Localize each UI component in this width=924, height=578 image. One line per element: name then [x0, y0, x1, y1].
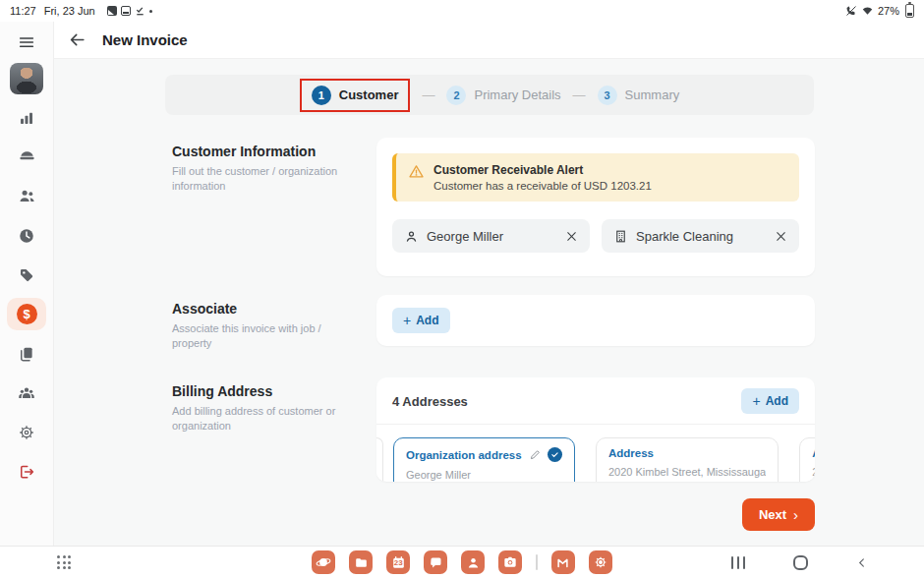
step-1-label: Customer	[339, 87, 399, 102]
alert-message: Customer has a receivable of USD 1203.21	[433, 180, 652, 192]
sidebar: $	[0, 22, 54, 546]
back-button[interactable]	[856, 555, 867, 570]
gmail-app-icon[interactable]	[551, 550, 575, 574]
address-card-2[interactable]: Address 2020 Kimbel Street, Mississauga	[596, 437, 779, 482]
sidebar-item-schedule[interactable]	[7, 219, 46, 252]
address-card-3[interactable]: Address 2020 Kimbel Street	[799, 437, 815, 482]
back-arrow-icon[interactable]	[68, 30, 87, 49]
close-icon	[775, 230, 787, 243]
clock-time: 11:27	[10, 5, 36, 17]
sidebar-item-analytics[interactable]	[7, 101, 46, 134]
bar-chart-icon	[18, 109, 35, 127]
customer-chip-label: George Miller	[427, 229, 557, 244]
step-dash: —	[573, 87, 586, 102]
files-app-icon[interactable]	[349, 550, 373, 574]
address-line: George Miller	[406, 469, 562, 481]
battery-percent: 27%	[878, 5, 899, 17]
home-button[interactable]	[793, 555, 808, 570]
person-icon	[404, 229, 419, 244]
section-subtitle: Fill out the customer / organization inf…	[172, 164, 349, 194]
content: 1 Customer — 2 Primary Details — 3 Summa…	[54, 59, 924, 546]
section-title: Billing Address	[172, 383, 349, 399]
chevron-right-icon: ›	[793, 507, 798, 522]
address-count: 4 Addresses	[392, 394, 468, 409]
customer-chip[interactable]: George Miller	[392, 219, 590, 253]
camera-app-icon[interactable]	[498, 550, 522, 574]
section-subtitle: Associate this invoice with job / proper…	[172, 321, 349, 351]
messages-app-icon[interactable]	[424, 550, 447, 574]
step-primary-details[interactable]: 2 Primary Details	[446, 86, 560, 105]
sidebar-item-documents[interactable]	[7, 337, 46, 370]
logout-icon	[18, 463, 35, 481]
calendar-day-label: 23	[394, 558, 403, 567]
avatar[interactable]	[10, 63, 43, 94]
sidebar-item-team[interactable]	[7, 376, 46, 409]
step-dash: —	[422, 87, 434, 102]
annotation-box: 1 Customer	[300, 79, 411, 112]
next-button[interactable]: Next ›	[742, 498, 815, 531]
organization-chip-label: Sparkle Cleaning	[636, 229, 767, 244]
selected-check-icon	[548, 447, 562, 462]
step-1-circle: 1	[312, 86, 331, 105]
address-line: 2020 Kimbel Street, Mississauga	[608, 466, 766, 478]
close-icon	[565, 230, 578, 243]
address-card-organization[interactable]: Organization address George Miller	[393, 437, 575, 482]
plus-icon: +	[752, 394, 760, 408]
dollar-icon: $	[17, 304, 37, 324]
copy-icon	[18, 345, 35, 363]
settings-app-icon[interactable]	[589, 550, 612, 574]
remove-customer-button[interactable]	[565, 230, 578, 243]
window-notification-icon	[121, 6, 131, 16]
sidebar-item-jobs[interactable]	[7, 141, 46, 173]
address-carousel: Organization address George Miller Addre…	[376, 425, 815, 482]
mute-icon	[845, 5, 857, 17]
screen: 11:27 Fri, 23 Jun 27%	[0, 0, 924, 578]
apps-grid-button[interactable]	[57, 555, 71, 569]
step-2-label: Primary Details	[474, 87, 560, 102]
remove-organization-button[interactable]	[775, 230, 787, 243]
add-button-label: Add	[416, 314, 438, 327]
building-icon	[613, 229, 628, 244]
associate-add-button[interactable]: + Add	[392, 308, 450, 333]
sidebar-item-invoices[interactable]: $	[7, 298, 46, 330]
menu-button[interactable]	[9, 29, 44, 56]
sidebar-item-pricebook[interactable]	[7, 259, 46, 291]
clock-icon	[18, 227, 35, 245]
edit-pencil-icon[interactable]	[529, 448, 542, 461]
organization-chip[interactable]: Sparkle Cleaning	[602, 219, 799, 253]
taskbar: 23	[0, 546, 924, 578]
date: Fri, 23 Jun	[44, 5, 95, 17]
step-customer[interactable]: 1 Customer	[312, 86, 399, 105]
alert-title: Customer Receivable Alert	[433, 163, 652, 177]
screenshot-notification-icon	[107, 6, 117, 16]
users-icon	[18, 187, 36, 205]
step-3-circle: 3	[598, 86, 617, 105]
customer-card: Customer Receivable Alert Customer has a…	[376, 138, 815, 276]
section-subtitle: Add billing address of customer or organ…	[172, 404, 349, 434]
sidebar-item-customers[interactable]	[7, 180, 46, 212]
address-title: Organization address	[406, 449, 523, 461]
add-button-label: Add	[766, 394, 788, 408]
sidebar-item-logout[interactable]	[7, 455, 46, 488]
browser-app-icon[interactable]	[312, 550, 335, 574]
step-summary[interactable]: 3 Summary	[598, 86, 680, 105]
next-button-label: Next	[759, 507, 786, 522]
sidebar-item-settings[interactable]	[7, 416, 46, 448]
address-card-partial[interactable]	[376, 437, 383, 482]
associate-card: + Add	[376, 295, 815, 346]
contacts-app-icon[interactable]	[461, 550, 485, 574]
stepper: 1 Customer — 2 Primary Details — 3 Summa…	[165, 75, 814, 115]
warning-icon	[408, 163, 425, 180]
jobs-icon	[18, 147, 36, 166]
notification-dot	[149, 10, 152, 13]
plus-icon: +	[403, 314, 411, 327]
address-title: Address	[608, 447, 766, 459]
step-2-circle: 2	[446, 86, 466, 105]
recents-button[interactable]	[731, 556, 746, 569]
step-3-label: Summary	[625, 87, 680, 102]
check-underline-icon	[135, 6, 145, 17]
calendar-app-icon[interactable]: 23	[386, 550, 410, 574]
gear-icon	[18, 424, 35, 441]
billing-add-button[interactable]: + Add	[741, 388, 799, 414]
page-title: New Invoice	[102, 31, 188, 48]
